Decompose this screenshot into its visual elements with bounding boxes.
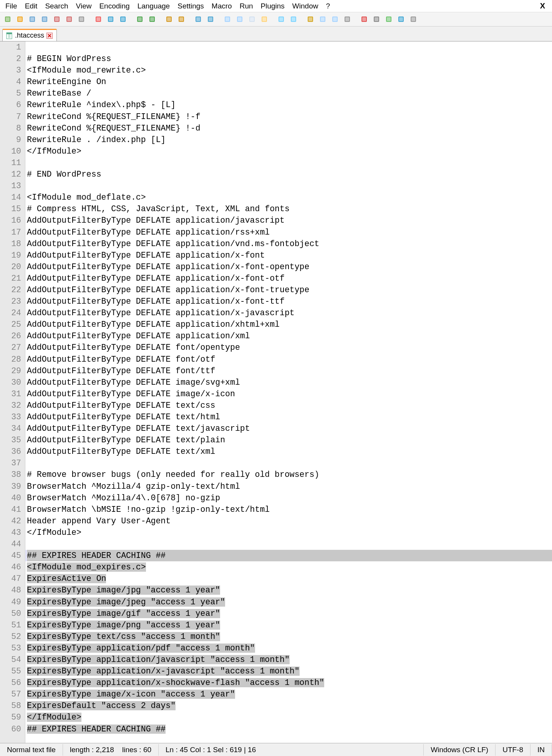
code-line[interactable]: AddOutputFilterByType DEFLATE font/otf (25, 354, 552, 365)
monitor-icon[interactable] (342, 14, 353, 25)
code-line[interactable] (25, 41, 552, 53)
code-line[interactable]: </IfModule> (25, 146, 552, 157)
redo-icon[interactable] (147, 14, 157, 25)
doc-map-icon[interactable] (317, 14, 328, 25)
menu-macro[interactable]: Macro (208, 1, 236, 11)
code-line[interactable]: RewriteCond %{REQUEST_FILENAME} !-d (25, 122, 552, 134)
code-line[interactable]: ExpiresByType application/pdf "access 1 … (25, 642, 552, 654)
code-line[interactable] (25, 538, 552, 550)
code-line[interactable]: ExpiresDefault "access 2 days" (25, 700, 552, 711)
code-line[interactable]: AddOutputFilterByType DEFLATE applicatio… (25, 250, 552, 261)
wrap-icon[interactable] (247, 14, 257, 25)
play-icon[interactable] (383, 14, 394, 25)
close-all-icon[interactable] (64, 14, 75, 25)
code-line[interactable]: AddOutputFilterByType DEFLATE text/plain (25, 434, 552, 446)
code-line[interactable]: AddOutputFilterByType DEFLATE text/javas… (25, 423, 552, 434)
code-line[interactable]: AddOutputFilterByType DEFLATE applicatio… (25, 284, 552, 296)
code-line[interactable]: ## EXPIRES HEADER CACHING ## (25, 723, 552, 735)
menu-language[interactable]: Language (134, 1, 174, 11)
code-line[interactable]: ExpiresByType image/jpeg "access 1 year" (25, 596, 552, 608)
code-line[interactable]: AddOutputFilterByType DEFLATE applicatio… (25, 319, 552, 330)
code-line[interactable]: AddOutputFilterByType DEFLATE applicatio… (25, 330, 552, 342)
zoom-in-icon[interactable] (193, 14, 204, 25)
code-line[interactable]: Header append Vary User-Agent (25, 515, 552, 527)
code-line[interactable]: ## EXPIRES HEADER CACHING ## (25, 550, 552, 561)
code-line[interactable]: AddOutputFilterByType DEFLATE text/css (25, 400, 552, 411)
code-line[interactable]: ExpiresByType image/png "access 1 year" (25, 619, 552, 631)
menu-edit[interactable]: Edit (21, 1, 41, 11)
menu-encoding[interactable]: Encoding (95, 1, 133, 11)
undo-icon[interactable] (134, 14, 145, 25)
code-line[interactable]: </IfModule> (25, 527, 552, 538)
code-line[interactable]: <IfModule mod_rewrite.c> (25, 65, 552, 76)
highlight-icon[interactable] (288, 14, 299, 25)
code-line[interactable]: AddOutputFilterByType DEFLATE applicatio… (25, 273, 552, 284)
copy-icon[interactable] (105, 14, 116, 25)
code-line[interactable]: # END WordPress (25, 169, 552, 180)
menu-view[interactable]: View (72, 1, 96, 11)
code-line[interactable]: RewriteBase / (25, 88, 552, 99)
menu-search[interactable]: Search (41, 1, 72, 11)
func-list-icon[interactable] (330, 14, 340, 25)
code-line[interactable]: AddOutputFilterByType DEFLATE applicatio… (25, 215, 552, 226)
menu-plugins[interactable]: Plugins (257, 1, 288, 11)
menu-help[interactable]: ? (322, 1, 334, 11)
window-close-button[interactable]: X (535, 1, 550, 11)
print-icon[interactable] (76, 14, 87, 25)
cut-icon[interactable] (93, 14, 104, 25)
folder-icon[interactable] (305, 14, 316, 25)
code-line[interactable]: # Compress HTML, CSS, JavaScript, Text, … (25, 203, 552, 215)
sync-v-icon[interactable] (222, 14, 233, 25)
code-line[interactable]: AddOutputFilterByType DEFLATE applicatio… (25, 307, 552, 319)
code-line[interactable]: BrowserMatch \bMSIE !no-gzip !gzip-only-… (25, 504, 552, 515)
code-line[interactable]: AddOutputFilterByType DEFLATE image/svg+… (25, 377, 552, 388)
code-line[interactable]: AddOutputFilterByType DEFLATE applicatio… (25, 261, 552, 273)
sync-h-icon[interactable] (234, 14, 245, 25)
code-line[interactable]: BrowserMatch ^Mozilla/4\.0[678] no-gzip (25, 492, 552, 504)
code-line[interactable]: ExpiresByType image/gif "access 1 year" (25, 608, 552, 619)
code-line[interactable]: AddOutputFilterByType DEFLATE font/opent… (25, 342, 552, 353)
code-line[interactable]: # BEGIN WordPress (25, 53, 552, 65)
code-line[interactable]: ExpiresByType image/x-icon "access 1 yea… (25, 688, 552, 700)
code-line[interactable]: ExpiresByType application/javascript "ac… (25, 654, 552, 665)
code-line[interactable]: ExpiresByType text/css "access 1 month" (25, 631, 552, 642)
open-file-icon[interactable] (15, 14, 25, 25)
show-all-icon[interactable] (259, 14, 270, 25)
code-line[interactable]: # Remove browser bugs (only needed for r… (25, 469, 552, 480)
paste-icon[interactable] (118, 14, 128, 25)
code-line[interactable]: RewriteRule ^index\.php$ - [L] (25, 99, 552, 111)
code-line[interactable]: </IfModule> (25, 711, 552, 723)
menu-settings[interactable]: Settings (174, 1, 208, 11)
zoom-out-icon[interactable] (205, 14, 216, 25)
code-line[interactable]: AddOutputFilterByType DEFLATE applicatio… (25, 296, 552, 307)
code-line[interactable] (25, 457, 552, 469)
code-line[interactable]: AddOutputFilterByType DEFLATE image/x-ic… (25, 388, 552, 400)
replace-icon[interactable] (176, 14, 187, 25)
editor[interactable]: 1234567891011121314151617181920212223242… (0, 41, 552, 743)
code-line[interactable]: ExpiresByType application/x-shockwave-fl… (25, 677, 552, 688)
play-multi-icon[interactable] (396, 14, 406, 25)
close-icon[interactable] (51, 14, 62, 25)
code-line[interactable]: ExpiresByType application/x-javascript "… (25, 665, 552, 677)
save-icon[interactable] (27, 14, 38, 25)
code-line[interactable] (25, 180, 552, 192)
code-line[interactable]: BrowserMatch ^Mozilla/4 gzip-only-text/h… (25, 481, 552, 492)
code-line[interactable]: <IfModule mod_expires.c> (25, 561, 552, 573)
stop-icon[interactable] (371, 14, 382, 25)
code-line[interactable] (25, 157, 552, 169)
code-line[interactable]: AddOutputFilterByType DEFLATE font/ttf (25, 365, 552, 377)
code-line[interactable]: ExpiresActive On (25, 573, 552, 584)
code-line[interactable]: ExpiresByType image/jpg "access 1 year" (25, 584, 552, 596)
menu-file[interactable]: File (2, 1, 21, 11)
indent-guide-icon[interactable] (276, 14, 287, 25)
save-macro-icon[interactable] (408, 14, 419, 25)
code-line[interactable]: <IfModule mod_deflate.c> (25, 192, 552, 203)
find-icon[interactable] (164, 14, 174, 25)
code-line[interactable]: AddOutputFilterByType DEFLATE applicatio… (25, 238, 552, 250)
code-line[interactable]: RewriteRule . /index.php [L] (25, 134, 552, 146)
tab-close-icon[interactable]: ✕ (46, 33, 53, 39)
menu-window[interactable]: Window (288, 1, 322, 11)
menu-run[interactable]: Run (236, 1, 257, 11)
new-file-icon[interactable] (2, 14, 13, 25)
record-icon[interactable] (359, 14, 370, 25)
